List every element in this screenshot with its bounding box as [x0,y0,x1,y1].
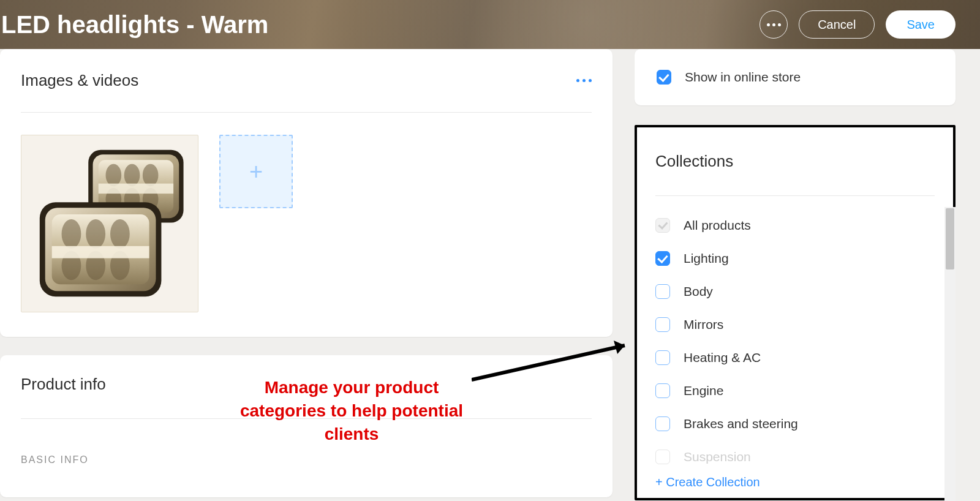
annotation-text: Manage your product categories to help p… [229,376,474,445]
collection-suspension[interactable]: Suspension [655,450,935,464]
images-videos-card: Images & videos [0,49,612,337]
show-online-store-checkbox[interactable] [657,70,671,85]
visibility-card: Show in online store [635,49,956,105]
collections-scrollbar[interactable] [944,207,956,501]
svg-point-5 [143,164,159,187]
collection-label: Body [684,284,713,299]
cancel-button[interactable]: Cancel [799,10,875,39]
checkbox-suspension[interactable] [655,450,670,464]
checkbox-lighting[interactable] [655,251,670,266]
images-videos-title: Images & videos [21,71,138,90]
collection-label: Brakes and steering [684,416,798,431]
headlight-icon [21,135,198,312]
collections-title: Collections [655,152,935,196]
show-online-store-label: Show in online store [685,70,801,85]
collection-label: Heating & AC [684,350,761,365]
more-actions-button[interactable] [760,10,788,39]
product-image-thumbnail[interactable] [21,135,198,312]
checkbox-heating-ac[interactable] [655,350,670,365]
collections-card: Collections All products Lighting Body [635,125,956,500]
collection-label: All products [684,218,751,233]
page-title: LED headlights - Warm [0,11,268,39]
svg-point-15 [110,219,130,249]
checkbox-mirrors[interactable] [655,317,670,332]
collection-lighting[interactable]: Lighting [655,251,935,266]
collection-label: Lighting [684,251,729,266]
svg-point-4 [124,164,140,187]
plus-icon: + [249,160,263,183]
collection-all-products[interactable]: All products [655,218,935,233]
svg-point-14 [86,219,105,249]
checkbox-engine[interactable] [655,383,670,398]
collection-label: Suspension [684,450,751,464]
collection-body[interactable]: Body [655,284,935,299]
svg-rect-19 [52,246,149,258]
collection-heating-ac[interactable]: Heating & AC [655,350,935,365]
add-media-button[interactable]: + [219,135,293,208]
checkbox-brakes-steering[interactable] [655,416,670,431]
checkbox-all-products[interactable] [655,218,670,233]
collection-mirrors[interactable]: Mirrors [655,317,935,332]
create-collection-link[interactable]: + Create Collection [637,467,953,498]
svg-point-13 [62,219,81,249]
svg-point-3 [106,164,122,187]
images-videos-more-button[interactable] [576,79,592,82]
svg-rect-9 [99,184,173,194]
collection-brakes-steering[interactable]: Brakes and steering [655,416,935,431]
collection-engine[interactable]: Engine [655,383,935,398]
collection-label: Engine [684,383,723,398]
save-button[interactable]: Save [886,10,956,39]
checkbox-body[interactable] [655,284,670,299]
collection-label: Mirrors [684,317,723,332]
more-icon [767,23,781,26]
